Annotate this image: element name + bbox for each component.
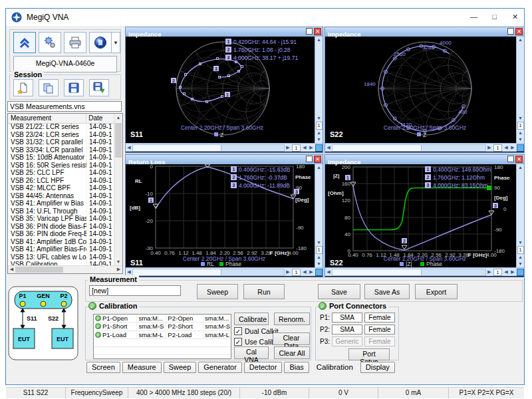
page-box[interactable]: 1 (493, 144, 502, 152)
port-setup-button[interactable]: Port Setup (348, 348, 390, 360)
page-box[interactable]: 1 (517, 122, 524, 130)
title-bar[interactable]: MegiQ VNA (6, 9, 524, 26)
list-item[interactable]: VSB 16: 50R Series resistor14-09-1 (8, 162, 114, 170)
scroll-thumb[interactable] (115, 123, 122, 158)
page-next-icon[interactable]: ▶ (509, 145, 516, 150)
tab-bias[interactable]: Bias (284, 362, 309, 373)
scroll-left-icon[interactable]: ◀ (126, 269, 132, 275)
page-box[interactable]: 1 (292, 144, 301, 152)
resize-corner[interactable] (517, 144, 524, 152)
scroll-thumb[interactable] (15, 267, 63, 273)
power-button[interactable] (89, 32, 112, 53)
port1-gender[interactable]: Female (364, 313, 395, 323)
save-session-as-button[interactable] (89, 79, 109, 96)
list-item[interactable]: VSB 41: Amplifier w Bias14-09-1 (8, 200, 114, 207)
spin-down-icon[interactable]: ▼ (315, 136, 323, 143)
spin-up-icon[interactable]: ▲ (517, 130, 524, 136)
settings-button[interactable] (39, 32, 61, 53)
run-button[interactable]: Run (243, 284, 285, 299)
column-header-measurement[interactable]: Measurement (8, 114, 86, 123)
export-button[interactable]: Export (415, 284, 458, 299)
maximize-icon[interactable] (306, 28, 313, 35)
scroll-left-icon[interactable]: ◀ (126, 145, 132, 150)
scroll-thumb[interactable] (332, 269, 422, 275)
spin-down-icon[interactable]: ▼ (315, 261, 323, 267)
tab-measure[interactable]: Measure (122, 362, 162, 373)
table-row[interactable]: P1-Short sma:M-S P2-Short sma:M-S (94, 323, 231, 331)
resize-corner[interactable] (517, 269, 524, 276)
print-button[interactable] (64, 32, 86, 53)
scroll-down-icon[interactable]: ▼ (517, 115, 524, 122)
maximize-icon[interactable] (507, 28, 514, 35)
save-as-button[interactable]: Save As (364, 284, 410, 299)
scroll-up-icon[interactable]: ▲ (517, 164, 524, 171)
tab-detector[interactable]: Detector (244, 362, 283, 373)
chart-titlebar[interactable]: Return Loss ✕ (126, 155, 323, 164)
chart-hscrollbar[interactable]: ◀ ▶ 1 ◀ ▶ (126, 143, 323, 152)
chart-vscrollbar[interactable]: ▲ ▼ 1 ▲ ▼ (516, 37, 524, 143)
page-next-icon[interactable]: ▶ (308, 145, 315, 150)
list-item[interactable]: VSB 15: 10dB Attenuator14-09-1 (8, 154, 114, 162)
tab-screen[interactable]: Screen (86, 362, 120, 373)
page-prev-icon[interactable]: ◀ (301, 145, 308, 150)
port2-type[interactable]: SMA (332, 325, 362, 334)
spin-down-icon[interactable]: ▼ (517, 136, 524, 143)
cal-vna-button[interactable]: Cal VNA (234, 346, 269, 359)
list-item[interactable]: VSB 14: U.FL Through14-09-1 (8, 207, 114, 215)
page-prev-icon[interactable]: ◀ (503, 145, 509, 150)
list-item[interactable]: VSB 42: MLCC BPF14-09-1 (8, 184, 114, 192)
page-box[interactable]: 1 (316, 122, 323, 130)
port1-type[interactable]: SMA (332, 313, 362, 323)
list-item[interactable]: VSB 21/22: LCR series14-09-1 (8, 123, 114, 131)
scroll-thumb[interactable] (133, 145, 221, 151)
scroll-right-icon[interactable]: ▶ (285, 269, 291, 275)
list-item[interactable]: VSB 41: Amplifier 1dB Comp14-09-1 (8, 238, 114, 246)
maximize-icon[interactable] (306, 156, 313, 162)
chart-hscrollbar[interactable]: ◀ ▶ 1 ◀ ▶ (126, 267, 323, 276)
dual-calkit-checkbox[interactable]: Dual Calkit (234, 327, 279, 335)
close-icon[interactable]: ✕ (314, 156, 321, 163)
scroll-left-icon[interactable]: ◀ (8, 266, 15, 273)
scroll-thumb[interactable] (332, 145, 422, 151)
scroll-right-icon[interactable]: ▶ (285, 145, 291, 150)
scroll-right-icon[interactable]: ▶ (115, 266, 122, 273)
port2-gender[interactable]: Female (364, 325, 395, 334)
list-vscrollbar[interactable]: ▲ ▼ (114, 114, 122, 266)
page-box[interactable]: 1 (517, 246, 524, 254)
checkbox-icon[interactable] (234, 327, 242, 335)
scroll-thumb[interactable] (133, 269, 221, 275)
list-item[interactable]: VSB 31/32: LCR parallel14-09-1 (8, 138, 114, 146)
list-header[interactable]: Measurement Date (8, 114, 114, 124)
chart-vscrollbar[interactable]: ▲ ▼ 1 ▲ ▼ (315, 37, 323, 143)
spin-up-icon[interactable]: ▲ (315, 254, 323, 261)
chart-vscrollbar[interactable]: ▲ ▼ 1 ▲ ▼ (315, 164, 323, 267)
page-box[interactable]: 1 (493, 269, 502, 276)
scroll-down-icon[interactable]: ▼ (315, 239, 323, 246)
session-filename-input[interactable] (7, 101, 122, 112)
close-icon[interactable]: ✕ (515, 28, 523, 35)
list-item[interactable]: VSB 25: CLC LPF14-09-1 (8, 169, 114, 177)
list-item[interactable]: VSB 41: Amplifier Bias-Freq14-09-1 (8, 245, 114, 253)
clear-data-button[interactable]: Clear Data (273, 332, 310, 345)
resize-corner[interactable] (315, 269, 323, 276)
list-item[interactable]: VSB 33/34: LCR parallel14-09-1 (8, 146, 114, 154)
close-icon[interactable]: ✕ (314, 28, 321, 35)
calibration-table[interactable]: P1-Open sma:M... P2-Open sma:M... P1-Sho… (93, 314, 231, 359)
tab-calibration[interactable]: Calibration (311, 362, 358, 373)
maximize-icon[interactable] (507, 156, 514, 162)
power-dropdown[interactable]: ▼ (112, 32, 120, 53)
table-row[interactable]: P1-Load sma:M-L P2-Load sma:M-L (94, 331, 231, 339)
chart-vscrollbar[interactable]: ▲ ▼ 1 ▲ ▼ (516, 164, 524, 267)
scroll-up-icon[interactable]: ▲ (315, 164, 323, 171)
scroll-left-icon[interactable]: ◀ (325, 145, 332, 150)
list-item[interactable]: VSB 36: PIN diode Freq-Bias14-09-1 (8, 230, 114, 238)
measurement-name-input[interactable] (89, 285, 181, 296)
list-item[interactable]: VSB 13: UFL cables w Load14-09-1 (8, 253, 114, 261)
new-session-button[interactable] (13, 79, 33, 96)
clear-all-button[interactable]: Clear All (274, 346, 310, 359)
close-button[interactable]: ✕ (505, 9, 525, 26)
maximize-button[interactable]: □ (484, 9, 505, 26)
save-session-button[interactable] (64, 79, 84, 96)
list-item[interactable]: VSB 23/24: LCR series14-09-1 (8, 131, 114, 139)
list-item[interactable]: VSB 36: PIN diode Bias-Freq14-09-1 (8, 223, 114, 231)
